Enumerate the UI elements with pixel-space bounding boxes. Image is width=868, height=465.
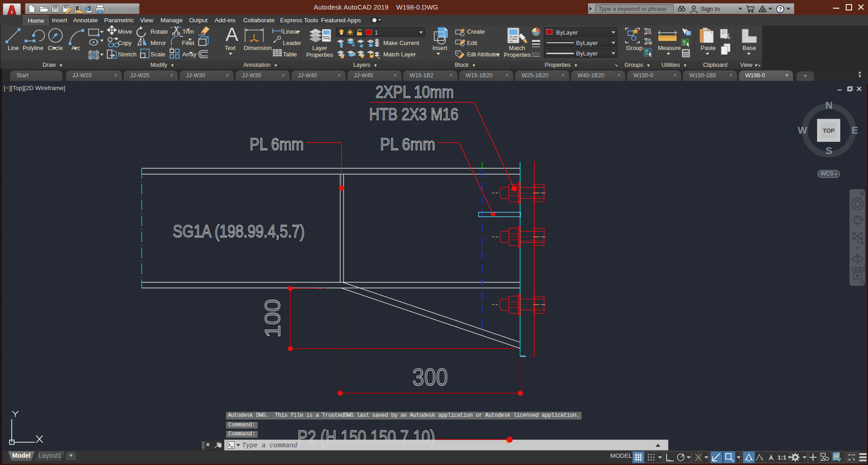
- svg-text:100: 100: [261, 299, 285, 338]
- svg-text:2XPL 10mm: 2XPL 10mm: [376, 83, 454, 101]
- svg-text:PL 6mm: PL 6mm: [380, 135, 435, 154]
- svg-text:P2 (H 150.150.7.10): P2 (H 150.150.7.10): [297, 426, 435, 448]
- svg-text:1:1: 1:1: [778, 454, 787, 461]
- svg-text:?: ?: [778, 6, 782, 13]
- svg-text:SG1A (198.99.4,5.7): SG1A (198.99.4,5.7): [173, 222, 305, 241]
- svg-text:300: 300: [412, 363, 448, 390]
- svg-text:HTB 2X3 M16: HTB 2X3 M16: [369, 105, 458, 124]
- svg-text:PL 6mm: PL 6mm: [250, 135, 304, 154]
